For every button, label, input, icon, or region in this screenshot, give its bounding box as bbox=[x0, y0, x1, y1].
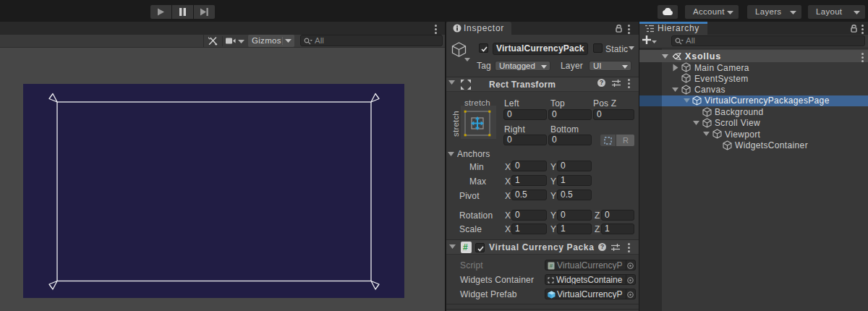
svg-text:#: # bbox=[550, 263, 553, 269]
svg-text:?: ? bbox=[600, 243, 604, 250]
svg-text:?: ? bbox=[600, 79, 603, 86]
